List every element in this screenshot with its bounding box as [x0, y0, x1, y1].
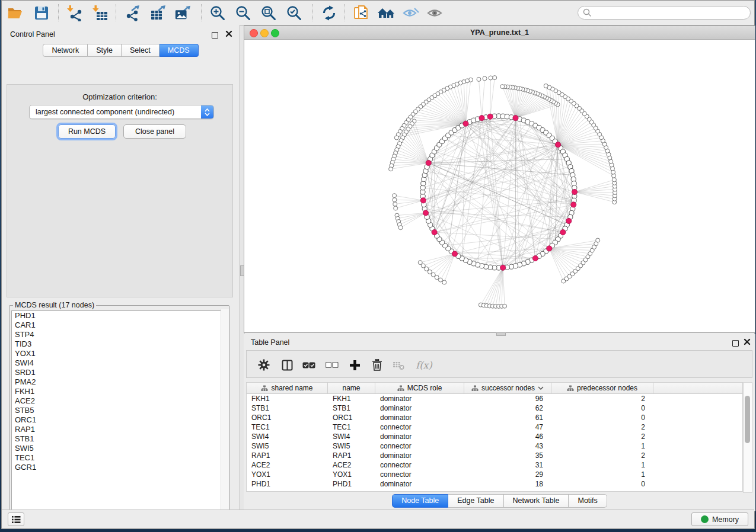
mcds-node-item[interactable]: TEC1 [12, 453, 227, 463]
zoom-in-button[interactable] [209, 5, 226, 21]
import-table-icon [92, 5, 109, 21]
mcds-node-item[interactable]: SWI5 [12, 444, 227, 453]
mcds-list-scrollbar[interactable] [221, 309, 229, 513]
column-settings-button[interactable] [256, 357, 272, 373]
delete-table-icon [393, 360, 404, 370]
search-input[interactable] [592, 8, 750, 18]
add-column-button[interactable] [347, 357, 362, 373]
table-row[interactable]: TEC1TEC1connector472 [247, 422, 742, 432]
search-box[interactable] [578, 6, 751, 20]
mcds-node-item[interactable]: CAR1 [12, 321, 227, 330]
table-row[interactable]: ORC1ORC1dominator610 [247, 413, 742, 422]
zoom-selected-button[interactable] [286, 5, 302, 21]
network-canvas-svg[interactable] [244, 39, 755, 332]
column-header-filler [653, 383, 742, 393]
mcds-node-item[interactable]: STP4 [12, 330, 227, 339]
memory-label: Memory [712, 515, 739, 524]
tab-motifs[interactable]: Motifs [569, 494, 607, 508]
tab-select[interactable]: Select [122, 44, 160, 57]
mcds-result-list[interactable]: PHD1CAR1STP4TID3YOX1SWI4SRD1PMA2FKH1ACE2… [11, 310, 227, 511]
mcds-node-item[interactable]: TID3 [12, 339, 227, 349]
import-network-icon [66, 5, 83, 21]
refresh-view-button[interactable] [321, 5, 337, 21]
first-neighbors-button[interactable] [377, 5, 397, 21]
export-network-button[interactable] [124, 5, 141, 21]
close-panel-icon[interactable] [225, 29, 232, 40]
mcds-node-item[interactable]: STB1 [12, 434, 227, 444]
table-panel: Table Panel [244, 334, 755, 511]
mcds-node-item[interactable]: SRD1 [12, 368, 227, 377]
mcds-node-item[interactable]: GCR1 [12, 463, 227, 472]
mcds-node-item[interactable]: ACE2 [12, 396, 227, 406]
export-image-button[interactable] [174, 5, 191, 21]
memory-status-icon [701, 515, 709, 523]
table-scrollbar[interactable] [743, 382, 752, 493]
mcds-node-item[interactable]: STB5 [12, 406, 227, 415]
task-history-button[interactable] [8, 512, 24, 526]
minimize-window-icon[interactable] [260, 29, 269, 37]
table-scrollbar-thumb[interactable] [745, 396, 750, 443]
import-network-button[interactable] [66, 5, 83, 21]
column-header-successor-nodes[interactable]: successor nodes [464, 383, 551, 393]
maximize-window-icon[interactable] [271, 29, 279, 37]
mcds-node-item[interactable]: PHD1 [12, 311, 227, 321]
open-file-button[interactable] [7, 5, 23, 21]
split-panel-button[interactable] [279, 357, 295, 373]
function-builder-button[interactable]: f(x) [413, 357, 435, 373]
tab-mcds[interactable]: MCDS [160, 44, 199, 57]
criterion-dropdown[interactable]: largest connected component (undirected) [29, 105, 214, 119]
control-tabs: NetworkStyleSelectMCDS [2, 44, 240, 57]
zoom-fit-button[interactable] [260, 5, 277, 21]
tab-node-table[interactable]: Node Table [392, 494, 448, 508]
memory-button[interactable]: Memory [691, 512, 748, 526]
tab-network-table[interactable]: Network Table [504, 494, 569, 508]
mcds-node-item[interactable]: SWI4 [12, 358, 227, 368]
run-mcds-button[interactable]: Run MCDS [58, 124, 116, 139]
column-header-MCDS-role[interactable]: MCDS role [375, 383, 464, 393]
tab-network[interactable]: Network [43, 44, 88, 57]
table-row[interactable]: STB1STB1dominator620 [247, 403, 742, 413]
table-row[interactable]: RAP1RAP1dominator352 [247, 451, 742, 460]
table-row[interactable]: YOX1YOX1connector291 [247, 470, 742, 479]
close-table-panel-icon[interactable] [744, 337, 751, 348]
clone-network-button[interactable] [353, 5, 369, 21]
close-window-icon[interactable] [250, 29, 258, 37]
hide-selected-button[interactable] [403, 5, 419, 21]
table-body[interactable]: FKH1FKH1dominator962STB1STB1dominator620… [246, 394, 743, 492]
table-tabs: Node TableEdge TableNetwork TableMotifs [244, 494, 755, 508]
mcds-result-title: MCDS result (17 nodes) [13, 301, 96, 309]
close-panel-button[interactable]: Close panel [123, 124, 186, 139]
table-row[interactable]: SWI4SWI4dominator462 [247, 432, 742, 441]
deselect-all-rows-button[interactable] [325, 357, 339, 373]
mcds-node-item[interactable]: RAP1 [12, 425, 227, 434]
table-row[interactable]: FKH1FKH1dominator962 [247, 394, 742, 403]
column-header-predecessor-nodes[interactable]: predecessor nodes [551, 383, 653, 393]
select-all-rows-button[interactable] [302, 357, 316, 373]
column-header-name[interactable]: name [328, 383, 375, 393]
mcds-node-item[interactable]: ORC1 [12, 415, 227, 425]
mcds-node-item[interactable]: FKH1 [12, 387, 227, 396]
zoom-in-icon [210, 5, 225, 21]
mcds-node-item[interactable]: PMA2 [12, 377, 227, 387]
float-table-panel-icon[interactable] [732, 338, 739, 349]
eye-slash-icon [403, 6, 419, 20]
network-window-titlebar[interactable]: YPA_prune.txt_1 [244, 26, 755, 40]
float-panel-icon[interactable] [212, 30, 218, 41]
table-row[interactable]: ACE2ACE2connector311 [247, 460, 742, 470]
save-session-button[interactable] [33, 5, 50, 21]
column-header-shared-name[interactable]: shared name [247, 383, 328, 393]
show-all-button[interactable] [426, 5, 443, 21]
zoom-out-button[interactable] [235, 5, 251, 21]
mcds-panel: Optimization criterion: largest connecte… [7, 84, 233, 297]
horizontal-splitter-grip[interactable] [496, 332, 506, 336]
table-row[interactable]: PHD1PHD1dominator180 [247, 479, 742, 489]
delete-table-button[interactable] [391, 357, 406, 373]
export-table-button[interactable] [149, 5, 166, 21]
tab-edge-table[interactable]: Edge Table [448, 494, 503, 508]
import-table-button[interactable] [92, 5, 109, 21]
table-row[interactable]: SWI5SWI5connector431 [247, 441, 742, 451]
checked-boxes-icon [302, 362, 315, 368]
delete-column-button[interactable] [369, 357, 385, 373]
mcds-node-item[interactable]: YOX1 [12, 349, 227, 358]
tab-style[interactable]: Style [88, 44, 122, 57]
